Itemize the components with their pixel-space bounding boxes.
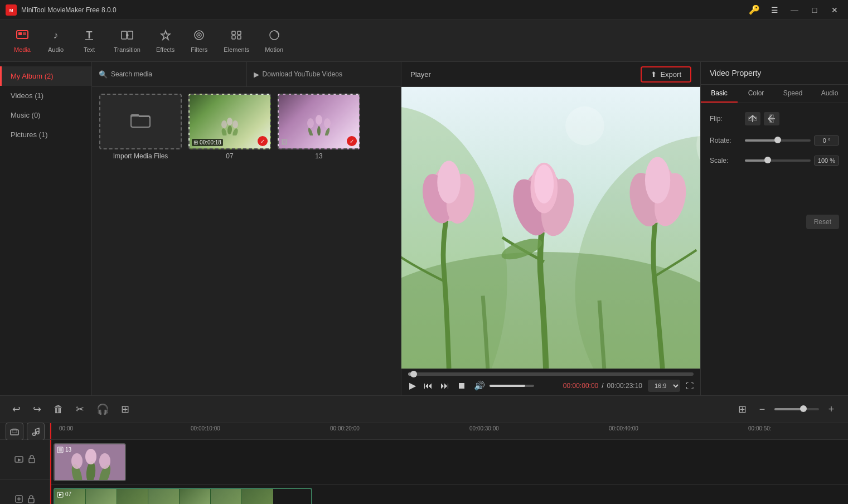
time-separator: / — [602, 382, 603, 390]
scale-slider[interactable] — [745, 159, 811, 162]
flip-horizontal-button[interactable] — [745, 112, 760, 125]
svg-rect-63 — [29, 458, 35, 463]
ruler-mark-0: 00:00 — [59, 425, 73, 432]
volume-icon[interactable]: 🔊 — [473, 379, 486, 392]
download-youtube-button[interactable]: ▶ Download YouTube Videos — [247, 62, 401, 86]
scale-value: 100 % — [814, 156, 839, 166]
rotate-slider-fill — [745, 139, 778, 142]
property-tabs: Basic Color Speed Audio — [701, 85, 848, 103]
toolbar-elements[interactable]: Elements — [216, 26, 257, 56]
sidebar-item-pictures[interactable]: Pictures (1) — [0, 125, 91, 144]
maximize-button[interactable]: □ — [807, 2, 822, 18]
svg-point-29 — [307, 118, 314, 128]
cut-button[interactable]: ✂ — [72, 400, 88, 419]
sidebar-item-music[interactable]: Music (0) — [0, 105, 91, 125]
media-item-07[interactable]: ⊞ 00:00:18 ✓ 07 — [188, 94, 272, 160]
rotate-slider[interactable] — [745, 139, 811, 142]
prev-frame-button[interactable]: ⏮ — [423, 380, 434, 392]
flip-vertical-button[interactable] — [764, 112, 779, 125]
toolbar-motion[interactable]: Motion — [257, 26, 291, 56]
add-audio-track-button[interactable] — [27, 423, 45, 440]
stop-button[interactable]: ⏹ — [456, 380, 467, 392]
video-property-title: Video Property — [701, 62, 848, 85]
crop-button[interactable]: ⊞ — [118, 400, 133, 419]
import-media-label: Import Media Files — [113, 152, 168, 160]
reset-button[interactable]: Reset — [806, 215, 839, 229]
text-label: Text — [84, 46, 95, 53]
svg-point-60 — [36, 431, 39, 434]
youtube-icon: ▶ — [254, 70, 259, 79]
aspect-ratio-selector[interactable]: 16:9 9:16 4:3 1:1 — [648, 380, 680, 392]
add-video-track-button[interactable] — [6, 423, 23, 440]
zoom-in-button[interactable]: + — [823, 401, 839, 417]
video-icon-small: ⊞ — [193, 139, 198, 146]
media-toolbar: 🔍 Search media ▶ Download YouTube Videos — [92, 62, 401, 87]
undo-button[interactable]: ↩ — [9, 400, 24, 419]
titlebar: M MiniTool MovieMaker Free 8.0.0 🔑 ☰ — □… — [0, 0, 848, 20]
volume-slider[interactable] — [490, 385, 534, 387]
svg-point-23 — [221, 120, 227, 128]
ruler-mark-30: 00:00:30:00 — [469, 425, 499, 432]
next-frame-button[interactable]: ⏭ — [439, 380, 450, 392]
svg-point-21 — [227, 125, 232, 135]
media-item-13[interactable]: 🖼 ✓ 13 — [277, 94, 361, 160]
lock-video-button[interactable] — [27, 454, 36, 465]
zoom-out-button[interactable]: − — [754, 401, 770, 417]
split-view-button[interactable]: ⊞ — [735, 400, 750, 419]
lock-audio-button[interactable] — [27, 495, 36, 504]
sidebar-item-my-album[interactable]: My Album (2) — [0, 66, 91, 86]
svg-point-24 — [227, 118, 232, 125]
toolbar-filters[interactable]: Filters — [182, 26, 216, 56]
zoom-slider-thumb — [800, 405, 807, 412]
svg-text:♪: ♪ — [54, 30, 59, 41]
audio-track-control — [0, 479, 50, 504]
import-media-item[interactable]: Import Media Files — [99, 94, 182, 160]
tab-color[interactable]: Color — [738, 85, 774, 103]
svg-point-49 — [645, 157, 670, 203]
svg-point-20 — [221, 128, 227, 135]
add-audio-clip-button[interactable] — [14, 495, 23, 504]
delete-button[interactable]: 🗑 — [50, 400, 67, 419]
frame-3 — [117, 489, 148, 505]
player-title: Player — [410, 70, 431, 79]
sidebar-item-videos[interactable]: Videos (1) — [0, 86, 91, 105]
rotate-value: 0 ° — [814, 135, 839, 146]
svg-point-27 — [317, 126, 321, 135]
toolbar-effects[interactable]: Effects — [148, 26, 182, 56]
progress-bar[interactable] — [408, 372, 694, 376]
svg-point-45 — [534, 164, 554, 203]
media-panel: 🔍 Search media ▶ Download YouTube Videos… — [92, 62, 401, 395]
toolbar-text[interactable]: T Text — [72, 26, 106, 56]
clip-07[interactable]: 07 — [54, 488, 312, 505]
add-scene-button[interactable] — [14, 454, 24, 466]
audio-label: Audio — [48, 46, 64, 53]
tab-speed[interactable]: Speed — [774, 85, 811, 103]
scale-control: 100 % — [745, 156, 839, 166]
video-track-1: 13 — [50, 440, 848, 484]
scale-row: Scale: 100 % — [710, 156, 839, 166]
toolbar-transition[interactable]: Transition — [106, 26, 148, 56]
frame-6 — [211, 489, 242, 505]
svg-rect-17 — [238, 36, 241, 39]
svg-rect-3 — [18, 32, 22, 35]
svg-rect-79 — [59, 448, 62, 452]
zoom-slider[interactable] — [774, 408, 819, 410]
svg-rect-15 — [238, 31, 241, 35]
redo-button[interactable]: ↪ — [30, 400, 45, 419]
toolbar-audio[interactable]: ♪ Audio — [39, 26, 72, 56]
close-button[interactable]: ✕ — [827, 2, 842, 18]
play-button[interactable]: ▶ — [408, 379, 417, 392]
tab-basic[interactable]: Basic — [701, 85, 738, 103]
search-media-button[interactable]: 🔍 Search media — [92, 62, 247, 86]
player-panel: Player ⬆ Export — [401, 62, 700, 395]
fullscreen-button[interactable]: ⛶ — [686, 381, 694, 390]
menu-button[interactable]: ☰ — [767, 2, 782, 18]
export-button[interactable]: ⬆ Export — [641, 66, 691, 83]
toolbar-media[interactable]: Media — [6, 26, 39, 56]
time-total: 00:00:23:10 — [607, 382, 642, 390]
audio-detach-button[interactable]: 🎧 — [93, 400, 112, 419]
tab-audio[interactable]: Audio — [811, 85, 848, 103]
minimize-button[interactable]: — — [787, 2, 802, 18]
clip-13[interactable]: 13 — [54, 443, 126, 481]
check-badge-07: ✓ — [258, 136, 268, 146]
